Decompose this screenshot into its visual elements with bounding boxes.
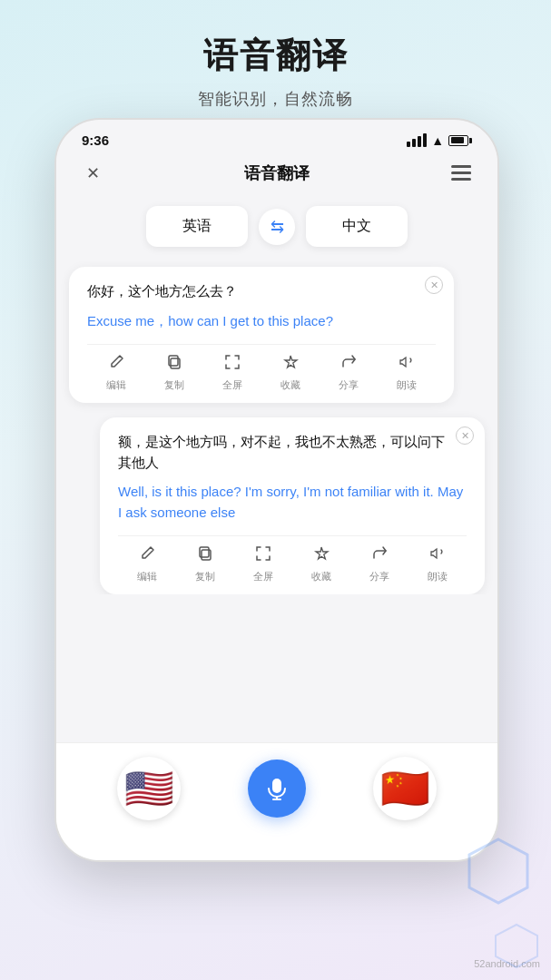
menu-button[interactable] xyxy=(447,159,476,188)
card-close-1[interactable]: ✕ xyxy=(425,276,443,294)
share-label: 分享 xyxy=(339,378,359,392)
share-icon-2 xyxy=(371,545,388,566)
action-edit-1[interactable]: 编辑 xyxy=(106,354,126,392)
status-icons: ▲ xyxy=(407,133,472,148)
chat-card-1: ✕ 你好，这个地方怎么去？ Excuse me，how can I get to… xyxy=(69,267,454,403)
edit-icon xyxy=(108,354,124,375)
svg-rect-9 xyxy=(272,779,281,793)
source-language-button[interactable]: 英语 xyxy=(146,206,248,247)
fullscreen-label-2: 全屏 xyxy=(253,570,273,583)
language-selector: 英语 ⇆ 中文 xyxy=(56,199,497,261)
read-label: 朗读 xyxy=(397,378,417,392)
original-text-1: 你好，这个地方怎么去？ xyxy=(87,281,436,302)
speaker-icon xyxy=(398,354,415,375)
chat-area: ✕ 你好，这个地方怎么去？ Excuse me，how can I get to… xyxy=(56,261,497,594)
wifi-icon: ▲ xyxy=(431,133,444,148)
us-flag[interactable]: 🇺🇸 xyxy=(117,757,181,820)
edit-label-2: 编辑 xyxy=(137,570,157,583)
action-copy-2[interactable]: 复制 xyxy=(195,545,215,583)
target-language-button[interactable]: 中文 xyxy=(306,206,408,247)
translated-text-1: Excuse me，how can I get to this place? xyxy=(87,311,436,332)
svg-rect-3 xyxy=(464,165,471,168)
battery-icon xyxy=(448,135,472,146)
action-fullscreen-2[interactable]: 全屏 xyxy=(253,545,273,583)
app-header: ✕ 语音翻译 xyxy=(56,152,497,199)
original-text-2: 额，是这个地方吗，对不起，我也不太熟悉，可以问下其他人 xyxy=(118,432,467,473)
translated-text-2: Well, is it this place? I'm sorry, I'm n… xyxy=(118,482,467,523)
action-edit-2[interactable]: 编辑 xyxy=(137,545,157,583)
deco-hex-2 xyxy=(492,921,542,971)
edit-icon-2 xyxy=(139,545,155,566)
action-bar-1: 编辑 复制 全屏 收藏 xyxy=(87,344,436,392)
copy-label: 复制 xyxy=(164,378,184,392)
fullscreen-label: 全屏 xyxy=(222,378,242,392)
edit-label: 编辑 xyxy=(106,378,126,392)
copy-icon xyxy=(166,354,182,375)
svg-marker-10 xyxy=(469,839,527,903)
fullscreen-icon xyxy=(224,354,241,375)
action-fav-1[interactable]: 收藏 xyxy=(280,354,300,392)
share-label-2: 分享 xyxy=(369,570,389,583)
status-bar: 9:36 ▲ xyxy=(56,120,497,152)
signal-icon xyxy=(407,133,427,147)
svg-marker-11 xyxy=(496,925,537,967)
bottom-bar: 🇺🇸 🇨🇳 xyxy=(56,742,497,860)
page-title: 语音翻译 xyxy=(0,0,551,79)
cn-flag[interactable]: 🇨🇳 xyxy=(373,757,437,820)
app-title: 语音翻译 xyxy=(244,162,310,184)
fav-label: 收藏 xyxy=(280,378,300,392)
card-close-2[interactable]: ✕ xyxy=(456,426,474,445)
mic-button[interactable] xyxy=(248,760,306,818)
svg-rect-4 xyxy=(464,172,471,174)
action-bar-2: 编辑 复制 全屏 收藏 xyxy=(118,535,467,583)
chat-card-2: ✕ 额，是这个地方吗，对不起，我也不太熟悉，可以问下其他人 Well, is i… xyxy=(100,417,485,594)
fav-label-2: 收藏 xyxy=(311,570,331,583)
time-display: 9:36 xyxy=(82,132,109,148)
action-read-2[interactable]: 朗读 xyxy=(428,545,448,583)
speaker-icon-2 xyxy=(429,545,446,566)
action-fav-2[interactable]: 收藏 xyxy=(311,545,331,583)
action-read-1[interactable]: 朗读 xyxy=(397,354,417,392)
share-icon xyxy=(340,354,357,375)
action-fullscreen-1[interactable]: 全屏 xyxy=(222,354,242,392)
star-icon-2 xyxy=(313,545,330,566)
action-copy-1[interactable]: 复制 xyxy=(164,354,184,392)
star-icon xyxy=(282,354,299,375)
read-label-2: 朗读 xyxy=(428,570,448,583)
swap-language-button[interactable]: ⇆ xyxy=(259,209,295,245)
fullscreen-icon-2 xyxy=(255,545,271,566)
copy-icon-2 xyxy=(197,545,213,566)
phone-frame: 9:36 ▲ ✕ 语音翻译 xyxy=(54,118,499,862)
copy-label-2: 复制 xyxy=(195,570,215,583)
action-share-2[interactable]: 分享 xyxy=(369,545,389,583)
action-share-1[interactable]: 分享 xyxy=(339,354,359,392)
deco-hex-1 xyxy=(462,835,535,907)
svg-rect-2 xyxy=(451,178,471,181)
page-subtitle: 智能识别，自然流畅 xyxy=(0,88,551,110)
close-button[interactable]: ✕ xyxy=(78,159,107,188)
